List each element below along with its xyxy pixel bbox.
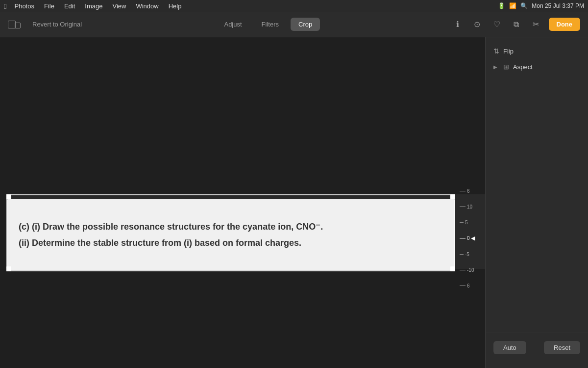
ruler-tick-neg5: -5 bbox=[460, 252, 483, 257]
ruler-arrow-icon: ◀ bbox=[471, 235, 475, 241]
rotation-ruler: 6 10 5 0 ◀ -5 -10 bbox=[458, 184, 485, 292]
doc-line-1: (c) (i) Draw the possible resonance stru… bbox=[19, 221, 443, 232]
menu-image[interactable]: Image bbox=[81, 0, 106, 12]
ruler-label: -10 bbox=[467, 267, 474, 273]
filters-tab[interactable]: Filters bbox=[254, 18, 287, 31]
menu-edit[interactable]: Edit bbox=[60, 0, 79, 12]
ruler-label: 5 bbox=[465, 220, 468, 225]
more-button[interactable]: ✂ bbox=[529, 18, 543, 31]
ruler-label: -5 bbox=[465, 252, 469, 257]
ruler-line bbox=[460, 238, 466, 238]
crop-overlay-left bbox=[0, 194, 7, 270]
apple-menu[interactable]:  bbox=[4, 2, 6, 10]
ruler-tick-6-top: 6 bbox=[460, 188, 483, 194]
duplicate-button[interactable]: ⧉ bbox=[510, 18, 523, 31]
ruler-label: 6 bbox=[467, 188, 470, 194]
menubar-right: 🔋 📶 🔍 Mon 25 Jul 3:37 PM bbox=[498, 2, 584, 9]
ruler-tick-10: 10 bbox=[460, 204, 483, 210]
crop-corner-tr[interactable] bbox=[450, 194, 455, 199]
menu-file[interactable]: File bbox=[40, 0, 58, 12]
ruler-line bbox=[460, 191, 466, 191]
reset-button[interactable]: Reset bbox=[544, 341, 580, 354]
crop-tab[interactable]: Crop bbox=[291, 18, 320, 31]
aspect-label: Aspect bbox=[513, 63, 533, 71]
flip-label: Flip bbox=[503, 48, 514, 55]
ruler-indicator-0: 0 ◀ bbox=[460, 235, 483, 241]
menu-bar:  Photos File Edit Image View Window Hel… bbox=[0, 0, 588, 12]
canvas-area[interactable]: (c) (i) Draw the possible resonance stru… bbox=[0, 37, 485, 368]
search-icon[interactable]: 🔍 bbox=[520, 2, 528, 9]
flip-item[interactable]: ⇅ Flip bbox=[486, 43, 588, 59]
heart-button[interactable]: ♡ bbox=[490, 18, 504, 31]
ruler-tick-6-bot: 6 bbox=[460, 283, 483, 289]
toolbar-center: Adjust Filters Crop bbox=[86, 18, 450, 31]
sidebar-bottom: Auto Reset bbox=[486, 333, 588, 362]
battery-icon: 🔋 bbox=[498, 2, 505, 9]
main-content: (c) (i) Draw the possible resonance stru… bbox=[0, 37, 588, 368]
info-button[interactable]: ℹ bbox=[451, 18, 465, 31]
toolbar: Revert to Original Adjust Filters Crop ℹ… bbox=[0, 12, 588, 37]
toolbar-left: Revert to Original bbox=[8, 19, 86, 30]
ruler-label: 6 bbox=[467, 283, 470, 289]
menu-help[interactable]: Help bbox=[165, 0, 186, 12]
aspect-icon: ⊞ bbox=[503, 63, 509, 71]
toolbar-right: ℹ ⊙ ♡ ⧉ ✂ Done bbox=[451, 18, 581, 31]
crop-overlay-top bbox=[0, 37, 485, 194]
sidebar: ⇅ Flip ▶ ⊞ Aspect Auto Reset bbox=[485, 37, 588, 368]
nav-square-small-icon bbox=[15, 23, 21, 28]
ruler-label: 10 bbox=[467, 204, 472, 210]
done-button[interactable]: Done bbox=[549, 18, 581, 31]
ruler-line bbox=[460, 286, 466, 286]
auto-button[interactable]: Auto bbox=[493, 341, 526, 354]
ruler-tick-5: 5 bbox=[460, 220, 483, 225]
revert-button[interactable]: Revert to Original bbox=[28, 19, 86, 30]
menu-window[interactable]: Window bbox=[132, 0, 162, 12]
ruler-line bbox=[460, 207, 466, 207]
ruler-line bbox=[460, 270, 466, 270]
ruler-line bbox=[460, 222, 464, 223]
menu-photos[interactable]: Photos bbox=[10, 0, 38, 12]
wifi-icon: 📶 bbox=[509, 2, 516, 9]
ruler-line bbox=[460, 254, 464, 255]
flip-icon: ⇅ bbox=[493, 47, 499, 55]
aspect-item[interactable]: ▶ ⊞ Aspect bbox=[486, 59, 588, 75]
document-content: (c) (i) Draw the possible resonance stru… bbox=[7, 199, 455, 270]
share-button[interactable]: ⊙ bbox=[470, 18, 484, 31]
adjust-tab[interactable]: Adjust bbox=[216, 18, 249, 31]
crop-overlay-bottom bbox=[0, 269, 485, 368]
ruler-label: 0 bbox=[467, 236, 470, 241]
menu-view[interactable]: View bbox=[108, 0, 130, 12]
chevron-right-icon: ▶ bbox=[493, 64, 497, 70]
ruler-tick-neg10: -10 bbox=[460, 267, 483, 273]
datetime: Mon 25 Jul 3:37 PM bbox=[532, 2, 584, 9]
nav-icons bbox=[8, 21, 21, 28]
doc-line-2: (ii) Determine the stable structure from… bbox=[19, 238, 443, 248]
